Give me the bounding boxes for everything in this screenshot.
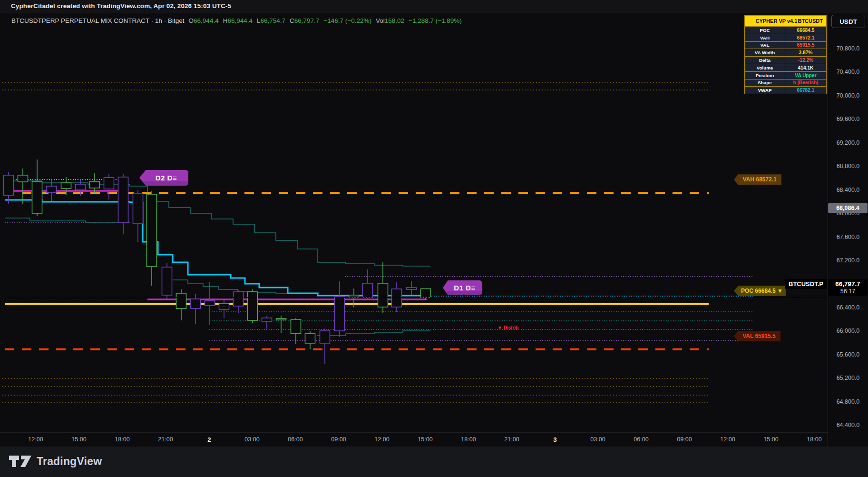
legend-high: H66,944.4	[223, 17, 253, 24]
developing-va-line	[317, 331, 430, 336]
time-tick: 12:00	[28, 436, 43, 443]
vp-row-label: POC	[745, 27, 785, 34]
time-tick: 09:00	[677, 436, 692, 443]
price-tick: 64,400.0	[828, 422, 868, 428]
vp-table-row: VWAP66782.1	[745, 87, 826, 94]
indicator-price-badge: 68,086.4	[828, 203, 868, 213]
price-tick: 64,800.0	[828, 398, 868, 405]
time-tick-day: 3	[553, 436, 557, 443]
tradingview-logo-text: TradingView	[37, 455, 102, 468]
time-axis[interactable]: 12:0015:0018:0021:00203:0006:0009:0012:0…	[0, 432, 828, 447]
candle-body	[147, 194, 157, 267]
tradingview-logo[interactable]: TradingView	[9, 454, 102, 468]
time-tick: 12:00	[374, 436, 389, 443]
time-tick: 15:00	[71, 436, 86, 443]
candle-body	[219, 304, 229, 309]
change-value: −146.7 (−0.22%)	[323, 17, 371, 24]
vwap-step-line	[5, 200, 427, 296]
candle-body	[76, 184, 86, 190]
vp-table-row: Delta-12.2%	[745, 57, 826, 64]
vp-row-value: VA Upper	[785, 72, 826, 79]
price-tick: 70,400.0	[828, 69, 868, 75]
time-tick: 03:00	[244, 436, 259, 443]
time-tick: 12:00	[720, 436, 735, 443]
open-value: 66,944.4	[194, 17, 219, 24]
candle-body	[176, 293, 186, 308]
vp-row-value: 414.1K	[785, 64, 826, 71]
candle-body	[276, 318, 286, 320]
candle-body	[392, 289, 402, 307]
vp-row-label: Volume	[745, 64, 785, 71]
legend-change: −146.7 (−0.22%)	[323, 17, 371, 24]
chart-pane[interactable]	[0, 13, 868, 477]
high-value: 66,944.4	[227, 17, 253, 24]
low-value: 66,754.7	[260, 17, 285, 24]
price-tick: 66,000.0	[828, 328, 868, 334]
candle-body	[305, 334, 315, 343]
candle-body	[133, 193, 143, 224]
distribution-note: ▼ Distrib	[497, 325, 518, 330]
time-tick: 03:00	[590, 436, 605, 443]
time-tick: 15:00	[418, 436, 432, 443]
price-tick: 67,600.0	[828, 234, 868, 240]
candle-body	[407, 288, 417, 289]
legend-symbol-title[interactable]: BTCUSDTPERP PERPETUAL MIX CONTRACT · 1h …	[11, 17, 185, 24]
price-tick: 67,200.0	[828, 257, 868, 264]
candle-body	[61, 183, 71, 189]
time-tick: 18:00	[115, 436, 129, 443]
val-level-tag: VAL 65915.5	[734, 331, 780, 341]
candle-body	[90, 181, 100, 188]
volume-change-value: −1,288.7 (−1.89%)	[409, 17, 462, 24]
vp-table-rows: POC66684.5VAH68572.1VAL65915.5VA Width3.…	[745, 27, 826, 94]
price-tick: 69,600.0	[828, 116, 868, 122]
price-tick: 69,200.0	[828, 139, 868, 146]
vp-row-label: Delta	[745, 57, 785, 64]
bar-countdown: 56:17	[828, 288, 868, 295]
attribution-text: CypherCitadel created with TradingView.c…	[11, 2, 231, 10]
vp-table-symbol: BTCUSDT	[798, 18, 823, 24]
vp-row-label: VWAP	[745, 87, 785, 94]
candle-body	[234, 292, 244, 306]
price-tick: 66,400.0	[828, 304, 868, 311]
candle-body	[378, 283, 388, 307]
session-flag-d2: D2 D≡	[139, 170, 188, 186]
time-tick: 15:00	[763, 436, 778, 443]
vp-row-label: VAH	[745, 34, 785, 41]
vp-row-label: Shape	[745, 80, 785, 87]
candle-body	[104, 178, 114, 189]
time-tick: 21:00	[158, 436, 173, 443]
candle-body	[205, 301, 215, 306]
pane-left-edge	[5, 13, 5, 432]
symbol-price-marker: BTCUSDT.P	[785, 279, 827, 289]
vp-row-value: 65915.5	[785, 42, 826, 49]
price-tick: 68,800.0	[828, 163, 868, 169]
vp-row-value: -12.2%	[785, 57, 826, 64]
vp-row-value: 66684.5	[785, 27, 826, 34]
attribution-bar: CypherCitadel created with TradingView.c…	[0, 0, 868, 14]
tradingview-screenshot: CypherCitadel created with TradingView.c…	[0, 0, 868, 477]
vp-row-value: 3.87%	[785, 49, 826, 56]
vp-table-row: VA Width3.87%	[745, 49, 826, 56]
tradingview-logo-icon	[9, 454, 32, 468]
price-tick: 70,000.0	[828, 92, 868, 99]
close-label: C	[290, 17, 294, 24]
vp-table-row: Shapeb (Bearish)	[745, 80, 826, 87]
high-label: H	[223, 17, 228, 24]
symbol-legend[interactable]: BTCUSDTPERP PERPETUAL MIX CONTRACT · 1h …	[11, 17, 462, 24]
price-axis[interactable]: 70,800.070,400.070,000.069,600.069,200.0…	[828, 13, 868, 432]
vp-table-row: POC66684.5	[745, 27, 826, 34]
legend-open: O66,944.4	[189, 17, 219, 24]
legend-volume-change: −1,288.7 (−1.89%)	[409, 17, 462, 24]
vp-table-title: CYPHER VP v4.1	[755, 18, 798, 24]
vp-table-row: Volume414.1K	[745, 64, 826, 71]
candle-body	[248, 292, 258, 320]
candle-body	[18, 175, 28, 182]
session-flag-d1: D1 D≡	[443, 280, 482, 295]
close-value: 66,797.7	[294, 17, 320, 24]
vp-table-row: PositionVA Upper	[745, 72, 826, 79]
candle-body	[191, 299, 201, 308]
chart-canvas[interactable]	[0, 13, 868, 477]
vp-table-row: VAL65915.5	[745, 42, 826, 49]
candle-body	[32, 181, 42, 213]
time-tick-day: 2	[207, 436, 211, 443]
